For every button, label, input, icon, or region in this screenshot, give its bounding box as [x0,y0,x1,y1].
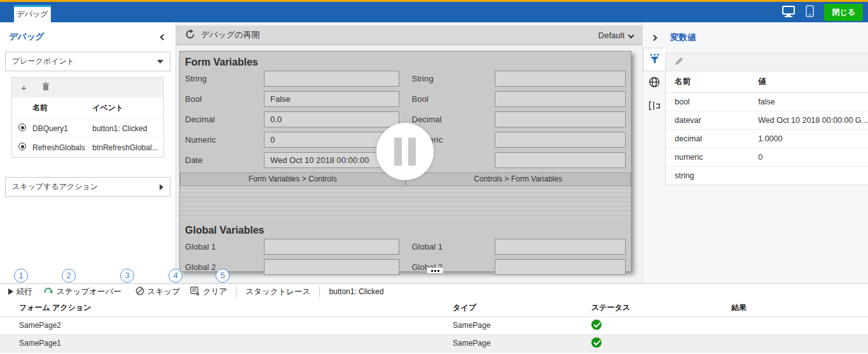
add-breakpoint-icon[interactable]: + [21,83,27,92]
trace-type: SamePage [453,334,591,352]
tab-debug[interactable]: デバッグ [14,5,51,22]
variables-panel-header: 変数値 [643,22,868,50]
field-label: Bool [406,94,495,104]
variable-name: decimal [666,130,749,148]
tab-filter-variables[interactable] [643,48,665,71]
variable-row[interactable]: bool false [666,93,868,111]
variables-card: 名前 値 bool false datevar Wed Oct 10 2018 … [665,53,868,185]
variable-value: Wed Oct 10 2018 00:00:00 G... [749,111,868,130]
trace-type: SamePage [453,316,591,334]
global2-field-left[interactable] [264,259,399,275]
field-label: Decimal [180,115,264,124]
tab-local-variables[interactable] [643,95,665,118]
decimal-field-left[interactable] [264,111,399,127]
skip-actions-section-header[interactable]: スキップするアクション [5,177,170,197]
profile-dropdown-value: Default [598,31,624,40]
section-expanded-icon [157,60,163,64]
breakpoints-card: + 名前 イベント DBQuery1 button1: Clicked [11,77,164,158]
continue-button[interactable]: 続行 [8,287,32,297]
field-label: Date [180,155,264,165]
date-field-right[interactable] [495,152,626,168]
debug-controls-toolbar: 続行 ステップオーバー スキップ クリア スタックトレース button1: C… [0,283,868,299]
field-label: Decimal [406,115,495,124]
skip-button[interactable]: スキップ [135,287,180,297]
trace-row[interactable]: SamePage2 SamePage [0,316,868,334]
tab-global-variables[interactable] [643,71,665,95]
restart-debug-icon[interactable] [185,29,195,41]
global1-field-right[interactable] [495,239,626,255]
variable-row[interactable]: numeric 0 [666,148,868,167]
variable-row[interactable]: datevar Wed Oct 10 2018 00:00:00 G... [666,111,868,130]
global-variables-title: Global Variables [180,225,631,239]
bool-field-left[interactable] [264,91,399,107]
current-event-label: button1: Clicked [329,287,383,296]
top-bar: デバッグ 閉じる [0,0,868,22]
toolbar-separator [236,287,237,297]
callout-1: 1 [14,269,28,283]
clear-button[interactable]: クリア [190,287,227,297]
trace-col-type: タイプ [453,299,591,316]
delete-breakpoint-icon[interactable] [42,82,50,93]
trace-col-result: 結果 [731,299,868,316]
pause-icon [408,138,416,166]
breakpoint-enabled-radio[interactable] [18,143,26,150]
controls-to-form-button[interactable]: Controls > Form Variables [406,173,631,186]
play-icon [8,288,13,295]
trace-result [731,334,868,352]
breakpoints-table: 名前 イベント DBQuery1 button1: Clicked Refres… [12,97,163,157]
desktop-view-icon[interactable] [782,6,796,19]
preview-toolbar: デバッグの再開 Default [176,25,642,45]
topbar-actions: 閉じる [782,2,863,22]
panel-resize-handle[interactable] [427,267,443,273]
close-button[interactable]: 閉じる [824,4,863,21]
collapse-left-icon[interactable] [160,34,167,40]
main-area: デバッグ ブレークポイント + 名前 イベント [0,22,868,283]
stack-trace-button[interactable]: スタックトレース [245,287,310,297]
step-over-button[interactable]: ステップオーバー [44,287,121,297]
edit-variable-icon[interactable] [675,57,684,67]
breakpoint-name: RefreshGlobals [30,138,90,157]
globe-icon [649,76,660,90]
variables-panel: 変数値 [642,22,868,283]
variables-card-toolbar [666,53,868,71]
variable-row[interactable]: decimal 1.0000 [666,130,868,148]
empty-rows-region [180,190,631,220]
variable-value [749,167,868,185]
preview-area: デバッグの再開 Default Form Variables String St… [176,22,642,283]
numeric-field-right[interactable] [495,132,626,148]
trace-action: SamePage1 [0,334,453,352]
variable-row[interactable]: string [666,167,868,185]
global2-field-right[interactable] [495,259,626,275]
breakpoint-row[interactable]: DBQuery1 button1: Clicked [12,119,163,138]
field-label: String [180,74,264,83]
form-to-controls-button[interactable]: Form Variables > Controls [180,173,406,186]
bool-field-right[interactable] [495,91,626,107]
trace-col-action: フォーム アクション [0,299,453,316]
restart-debug-label[interactable]: デバッグの再開 [201,29,260,41]
success-check-icon [591,337,602,348]
debugger-window: デバッグ 閉じる デバッグ ブレークポイント + [0,0,868,354]
breakpoint-event: btnRefreshGlobal... [90,138,163,157]
breakpoint-enabled-radio[interactable] [18,124,26,131]
paused-indicator [376,123,434,180]
variables-table: 名前 値 bool false datevar Wed Oct 10 2018 … [666,71,868,185]
global1-field-left[interactable] [264,239,399,255]
callout-4: 4 [169,269,183,283]
breakpoints-section-label: ブレークポイント [12,56,74,67]
clear-icon [190,287,200,297]
breakpoints-section-header[interactable]: ブレークポイント [5,52,170,71]
breakpoint-row[interactable]: RefreshGlobals btnRefreshGlobal... [12,138,163,157]
collapse-right-icon[interactable] [651,34,658,41]
string-field-left[interactable] [264,71,399,87]
section-collapsed-icon [160,184,163,190]
profile-dropdown[interactable]: Default [598,31,633,40]
breakpoints-col-event: イベント [90,97,163,119]
string-field-right[interactable] [495,71,626,87]
action-trace-table: フォーム アクション タイプ ステータス 結果 SamePage2 SamePa… [0,299,868,353]
mobile-view-icon[interactable] [806,5,814,19]
decimal-field-right[interactable] [495,111,626,127]
chevron-down-icon [628,32,635,38]
variable-value: 1.0000 [749,130,868,148]
field-label: String [406,74,495,83]
trace-row[interactable]: SamePage1 SamePage [0,334,868,352]
